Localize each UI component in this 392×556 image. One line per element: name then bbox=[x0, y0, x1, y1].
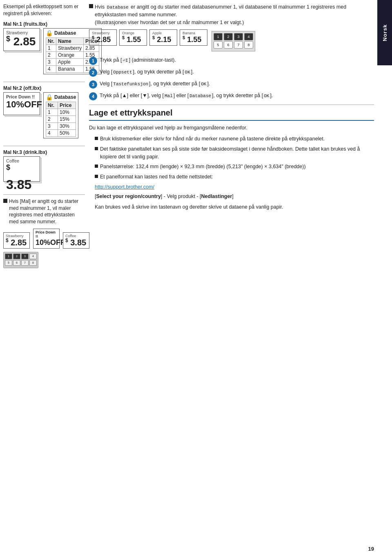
mal2-label-db: Price Down !! 10%OFF 🔒 Database bbox=[3, 92, 85, 142]
list-item-2: Det faktiske paneltallet kan ses på sist… bbox=[95, 145, 374, 161]
mal1-block: Mal Nr.1 (fruits.lbx) Strawberry $ 2.85 bbox=[3, 21, 85, 78]
page-number: 19 bbox=[368, 546, 374, 552]
db-card-dollar-2: $ bbox=[122, 35, 125, 40]
step-2: 2 Velg [Oppsett], og trykk deretter på [… bbox=[89, 68, 374, 77]
lage-nedlastinger-link: Nedlastinger bbox=[201, 193, 232, 199]
db-intro: Hvis Database er angitt og du starter me… bbox=[89, 3, 374, 26]
table-row: 110% bbox=[46, 109, 76, 116]
code-database: Database bbox=[106, 5, 129, 10]
db-card-price-1: $ 2.85 bbox=[92, 35, 114, 44]
table-row: 450% bbox=[46, 129, 76, 136]
mal2-table: Nr. Price 110% 215% 330% 450% bbox=[46, 102, 76, 137]
mal3-title: Mal Nr.3 (drink.lbx) bbox=[3, 149, 85, 155]
lage-divider bbox=[89, 120, 374, 121]
code-ok-3: OK bbox=[263, 93, 270, 98]
bullet-square-3 bbox=[89, 4, 93, 8]
lage-select-region-link: Select your region/country bbox=[96, 193, 160, 199]
code-tastefunksjon: Tastefunksjon bbox=[112, 82, 149, 87]
mal3-coffee-name: Coffee bbox=[6, 158, 37, 163]
step-3-text: Velg [Tastefunksjon], og trykk deretter … bbox=[100, 80, 210, 88]
mal2-block: Mal Nr.2 (off.lbx) Price Down !! 10%OFF bbox=[3, 85, 85, 142]
norsk-sidebar-tab: Norsk bbox=[377, 0, 392, 65]
bottom-label-strawberry: Strawberry $ 2.85 bbox=[3, 232, 30, 249]
mal3-label-preview: Coffee $ 3.85 bbox=[3, 156, 85, 190]
code-ok-1: OK bbox=[184, 70, 191, 75]
db-intro-text: Hvis Database er angitt og du starter me… bbox=[95, 3, 374, 26]
bullet-sq-2 bbox=[95, 147, 98, 150]
keyboard-illustration-bottom: 1 2 3 4 5 6 7 8 bbox=[3, 252, 38, 268]
db-label-card-4: Banana $ 1.55 bbox=[180, 29, 207, 46]
intro-block: Eksempel på etikettoppsett som er regist… bbox=[3, 3, 85, 17]
step-4: 4 Trykk på [▲] eller [▼], velg [Mal] ell… bbox=[89, 92, 374, 100]
bottom-label-price-3: $ 3.85 bbox=[65, 238, 87, 247]
key-4: 4 bbox=[29, 254, 37, 259]
mal1-product-name: Strawberry bbox=[6, 30, 37, 35]
col-nr: Nr. bbox=[46, 102, 58, 109]
col-name: Name bbox=[56, 38, 84, 44]
list-item-text-3: Panelstørrelse: 132,4 mm (lengde) × 92,3… bbox=[100, 163, 306, 171]
mal-bottom-block: Hvis [Mal] er angitt og du starter med m… bbox=[3, 198, 85, 268]
kb-key-1: 1 bbox=[214, 33, 223, 40]
table-row: 330% bbox=[46, 122, 76, 129]
key-5: 5 bbox=[5, 260, 12, 266]
divider-right-1 bbox=[89, 105, 374, 105]
keyboard-row-1: 1 2 3 4 bbox=[5, 254, 37, 259]
key-8: 8 bbox=[29, 260, 37, 266]
bottom-label-pricedown: Price Down !! 10%OFF bbox=[33, 229, 60, 249]
mal2-db-section: 🔒 Database Nr. Price bbox=[43, 92, 78, 142]
lage-bullet-list: Bruk klistremerker eller skriv for hånd … bbox=[95, 135, 374, 181]
lage-final-text: Kan brukes ved å skrive inn tastenavn og… bbox=[95, 203, 374, 211]
kb-row-1: 1 2 3 4 bbox=[214, 33, 253, 40]
mal2-off: 10%OFF bbox=[6, 99, 37, 110]
bottom-label-price-2: 10%OFF bbox=[36, 238, 57, 247]
mal2-db-title: Database bbox=[54, 94, 76, 100]
kb-key-2: 2 bbox=[224, 33, 233, 40]
mal2-label-preview: Price Down !! 10%OFF bbox=[3, 92, 40, 142]
lage-url: http://support.brother.com/ bbox=[95, 183, 374, 191]
list-item-text-2: Det faktiske paneltallet kan ses på sist… bbox=[100, 145, 374, 161]
list-item-text-4: Et panelformat kan lastes ned fra dette … bbox=[100, 173, 213, 181]
bottom-label-name-1: Strawberry bbox=[6, 234, 27, 238]
mal1-db-title: Database bbox=[54, 30, 76, 36]
table-row: 215% bbox=[46, 116, 76, 122]
bottom-dollar-1: $ bbox=[6, 238, 9, 243]
step-num-4: 4 bbox=[89, 92, 97, 100]
divider-1 bbox=[3, 82, 85, 82]
mal2-pricedown: Price Down !! bbox=[6, 94, 37, 99]
bottom-dollar-3: $ bbox=[65, 238, 68, 243]
step-1: 1 Trykk på [⏎I] (administrator-tast). bbox=[89, 56, 374, 65]
bottom-labels-row: Strawberry $ 2.85 Price Down !! 10%OFF C… bbox=[3, 229, 85, 249]
lage-url-link[interactable]: http://support.brother.com/ bbox=[95, 184, 154, 190]
mal3-block: Mal Nr.3 (drink.lbx) Coffee $ 3.85 bbox=[3, 149, 85, 190]
bottom-label-name-3: Coffee bbox=[65, 234, 87, 238]
divider-3 bbox=[3, 194, 85, 195]
db-card-price-3: $ 2.15 bbox=[152, 35, 174, 44]
database-icon-2: 🔒 bbox=[46, 94, 53, 100]
db-card-dollar-1: $ bbox=[92, 35, 94, 40]
bottom-label-name-2: Price Down !! bbox=[36, 230, 57, 238]
db-labels-preview: Strawberry $ 2.85 Orange $ 1.55 Apple bbox=[89, 29, 374, 53]
db-right-section: Hvis Database er angitt og du starter me… bbox=[89, 3, 374, 100]
code-database-2: Database bbox=[189, 93, 212, 98]
lage-link-text: [Select your region/country] - Velg prod… bbox=[95, 193, 374, 200]
mal3-price: $ 3.85 bbox=[6, 163, 37, 192]
code-oppsett: Oppsett bbox=[112, 70, 133, 75]
mal2-db-header: 🔒 Database bbox=[46, 94, 76, 100]
db-card-name-4: Banana bbox=[183, 31, 205, 35]
page: Norsk Eksempel på etikettoppsett som er … bbox=[0, 0, 392, 556]
kb-key-5: 5 bbox=[214, 41, 223, 49]
table-header-row: Nr. Price bbox=[46, 102, 76, 109]
list-item-text-1: Bruk klistremerker eller skriv for hånd … bbox=[100, 135, 325, 143]
steps-list: 1 Trykk på [⏎I] (administrator-tast). 2 … bbox=[89, 56, 374, 100]
bullet-square-2 bbox=[3, 199, 7, 203]
mal2-title: Mal Nr.2 (off.lbx) bbox=[3, 85, 85, 91]
list-item-3: Panelstørrelse: 132,4 mm (lengde) × 92,3… bbox=[95, 163, 374, 171]
intro-text: Eksempel på etikettoppsett som er regist… bbox=[3, 3, 85, 17]
db-card-dollar-4: $ bbox=[183, 35, 185, 40]
kb-row-2: 5 6 7 8 bbox=[214, 41, 253, 49]
kb-key-6: 6 bbox=[224, 41, 233, 49]
db-card-name-1: Strawberry bbox=[92, 31, 114, 35]
mal2-db-table: 🔒 Database Nr. Price bbox=[43, 92, 78, 138]
step-num-1: 1 bbox=[89, 57, 97, 65]
keyboard-illustration-right: 1 2 3 4 5 6 7 8 bbox=[212, 29, 255, 53]
